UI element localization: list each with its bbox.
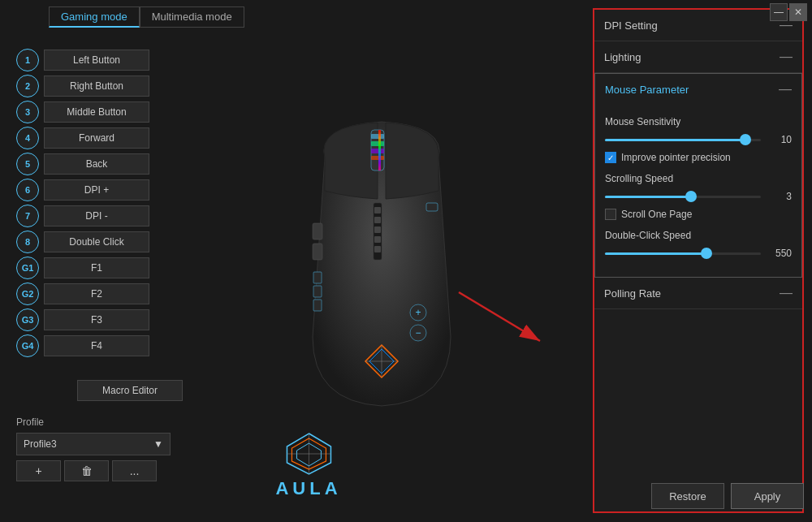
sensitivity-slider-row: 10 — [605, 134, 792, 145]
arrow-graphic — [451, 284, 556, 357]
sensitivity-thumb[interactable] — [740, 134, 751, 145]
svg-rect-16 — [374, 236, 381, 243]
delete-profile-button[interactable]: 🗑 — [64, 460, 109, 481]
button-num-g3: G3 — [16, 308, 39, 331]
dpi-setting-label: DPI Setting — [604, 19, 658, 32]
mode-tabs: Gaming mode Multimedia mode — [49, 6, 244, 28]
title-bar: — ✕ — [765, 0, 812, 24]
profile-selected-value: Profile3 — [24, 438, 57, 450]
close-button[interactable]: ✕ — [789, 3, 807, 21]
polling-rate-header[interactable]: Polling Rate — — [594, 278, 802, 308]
panel-section-polling-rate: Polling Rate — — [594, 278, 802, 309]
svg-rect-9 — [313, 286, 322, 297]
svg-rect-17 — [374, 246, 381, 252]
scrolling-speed-value: 3 — [767, 191, 792, 202]
button-label-8[interactable]: Double Click — [44, 231, 149, 252]
double-click-speed-fill — [605, 252, 706, 255]
scrolling-speed-label: Scrolling Speed — [605, 173, 792, 184]
list-item: 7 DPI - — [16, 205, 149, 227]
improve-pointer-row: Improve pointer precision — [605, 152, 792, 163]
panel-section-mouse-param: Mouse Parameter — Mouse Sensitivity 10 I… — [594, 73, 802, 278]
macro-editor-button[interactable]: Macro Editor — [77, 380, 183, 401]
apply-button[interactable]: Apply — [731, 483, 804, 509]
svg-rect-7 — [313, 244, 322, 260]
chevron-down-icon: ▼ — [153, 438, 163, 450]
bottom-buttons: Restore Apply — [651, 483, 804, 509]
button-num-3: 3 — [16, 101, 39, 123]
button-label-g1[interactable]: F1 — [44, 257, 149, 278]
button-num-8: 8 — [16, 231, 39, 253]
svg-rect-1 — [371, 134, 384, 139]
add-profile-button[interactable]: + — [16, 460, 61, 481]
button-label-5[interactable]: Back — [44, 153, 149, 175]
svg-rect-10 — [313, 300, 322, 311]
scroll-one-page-row: Scroll One Page — [605, 209, 792, 220]
button-label-1[interactable]: Left Button — [44, 50, 149, 71]
double-click-speed-track — [605, 252, 761, 255]
svg-rect-15 — [374, 226, 381, 233]
button-num-6: 6 — [16, 179, 39, 201]
tab-gaming[interactable]: Gaming mode — [49, 6, 140, 28]
button-label-3[interactable]: Middle Button — [44, 101, 149, 123]
svg-rect-13 — [374, 207, 381, 214]
restore-button[interactable]: Restore — [651, 483, 724, 509]
polling-rate-collapse-icon: — — [780, 286, 793, 300]
lighting-header[interactable]: Lighting — — [594, 41, 802, 72]
svg-line-32 — [459, 292, 540, 341]
svg-rect-11 — [426, 203, 438, 211]
scrolling-speed-track — [605, 196, 761, 198]
button-num-g4: G4 — [16, 334, 39, 357]
list-item: 3 Middle Button — [16, 101, 149, 123]
mouse-area: + − — [227, 49, 536, 479]
button-num-7: 7 — [16, 205, 39, 227]
button-label-g3[interactable]: F3 — [44, 309, 149, 330]
svg-rect-3 — [371, 149, 384, 153]
list-item: G4 F4 — [16, 334, 149, 357]
scroll-one-page-label: Scroll One Page — [621, 209, 692, 220]
minimize-button[interactable]: — — [770, 3, 788, 21]
svg-rect-4 — [371, 156, 384, 160]
button-label-4[interactable]: Forward — [44, 127, 149, 149]
double-click-speed-slider-row: 550 — [605, 248, 792, 259]
profile-label: Profile — [16, 416, 171, 428]
profile-section: Profile Profile3 ▼ + 🗑 ... — [16, 416, 171, 481]
button-label-2[interactable]: Right Button — [44, 75, 149, 97]
improve-pointer-label: Improve pointer precision — [621, 152, 731, 163]
sensitivity-label: Mouse Sensitivity — [605, 116, 792, 127]
list-item: 8 Double Click — [16, 231, 149, 253]
double-click-speed-value: 550 — [767, 248, 792, 259]
profile-select[interactable]: Profile3 ▼ — [16, 433, 171, 455]
polling-rate-label: Polling Rate — [604, 287, 661, 300]
mouse-param-label: Mouse Parameter — [605, 84, 689, 96]
button-label-g4[interactable]: F4 — [44, 335, 149, 356]
button-label-7[interactable]: DPI - — [44, 205, 149, 226]
svg-rect-2 — [371, 141, 384, 146]
list-item: G1 F1 — [16, 257, 149, 279]
svg-rect-5 — [378, 130, 381, 170]
button-label-g2[interactable]: F2 — [44, 283, 149, 304]
svg-text:−: − — [415, 327, 421, 339]
tab-multimedia[interactable]: Multimedia mode — [140, 6, 244, 28]
mouse-param-header[interactable]: Mouse Parameter — — [595, 74, 801, 105]
lighting-collapse-icon: — — [780, 50, 793, 64]
double-click-speed-thumb[interactable] — [701, 248, 712, 259]
aula-logo-icon — [280, 430, 337, 475]
list-item: 5 Back — [16, 153, 149, 175]
list-item: G3 F3 — [16, 308, 149, 331]
more-profile-button[interactable]: ... — [112, 460, 157, 481]
mouse-param-collapse-icon: — — [779, 82, 792, 97]
button-num-g2: G2 — [16, 283, 39, 305]
list-item: 2 Right Button — [16, 75, 149, 97]
profile-buttons: + 🗑 ... — [16, 460, 171, 481]
svg-text:+: + — [415, 307, 421, 318]
button-label-6[interactable]: DPI + — [44, 179, 149, 201]
list-item: 6 DPI + — [16, 179, 149, 201]
scroll-one-page-checkbox[interactable] — [605, 209, 616, 220]
right-panel: DPI Setting — Lighting — Mouse Parameter… — [593, 8, 804, 513]
list-item: G2 F2 — [16, 283, 149, 305]
list-item: 1 Left Button — [16, 49, 149, 71]
scrolling-speed-fill — [605, 196, 691, 198]
scrolling-speed-thumb[interactable] — [685, 191, 697, 202]
improve-pointer-checkbox[interactable] — [605, 152, 616, 163]
svg-rect-6 — [313, 223, 322, 239]
